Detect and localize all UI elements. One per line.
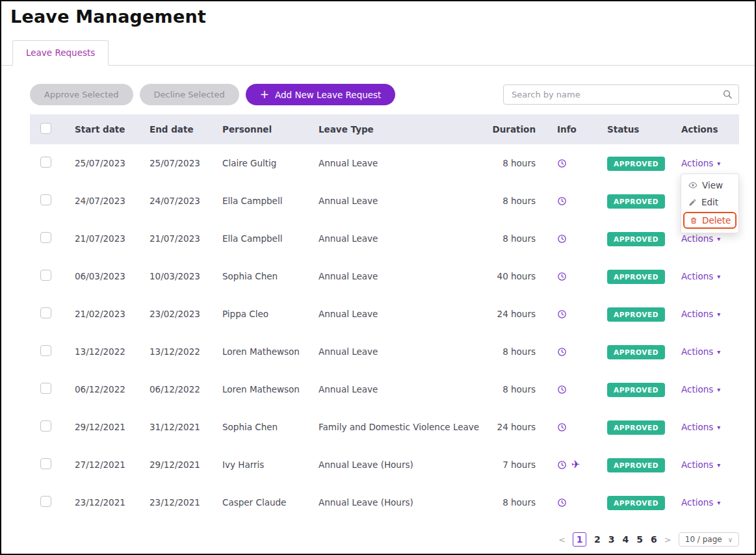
actions-dropdown-menu: View Edit Delete: [681, 174, 739, 233]
select-all-checkbox[interactable]: [40, 123, 51, 134]
clock-icon: [557, 309, 567, 319]
chevron-down-icon: ▾: [717, 160, 720, 167]
chevron-down-icon: ▾: [717, 386, 720, 393]
page-number-5[interactable]: 5: [636, 534, 643, 545]
page-number-3[interactable]: 3: [608, 534, 615, 545]
page-number-1[interactable]: 1: [573, 532, 586, 547]
chevron-down-icon: ▾: [717, 235, 720, 242]
row-checkbox[interactable]: [40, 307, 51, 318]
page-numbers: 123456: [573, 532, 657, 547]
row-actions-button[interactable]: Actions ▾: [681, 271, 720, 281]
cell-personnel: Ella Campbell: [214, 196, 310, 206]
pagination: < 123456 > 10 / page ∨: [30, 521, 739, 555]
page-number-4[interactable]: 4: [623, 534, 629, 545]
cell-start-date: 27/12/2021: [66, 459, 141, 470]
chevron-down-icon: ▾: [717, 424, 720, 431]
row-checkbox[interactable]: [40, 157, 51, 168]
pagination-prev-icon[interactable]: <: [558, 535, 566, 545]
row-actions-button[interactable]: Actions ▾: [681, 384, 720, 394]
row-actions-button[interactable]: Actions ▾: [681, 497, 720, 508]
row-checkbox[interactable]: [40, 458, 51, 469]
cell-start-date: 29/12/2021: [66, 422, 141, 432]
cell-start-date: 25/07/2023: [66, 158, 141, 168]
cell-personnel: Ella Campbell: [214, 233, 310, 244]
row-checkbox[interactable]: [40, 194, 51, 205]
cell-duration: 7 hours: [491, 459, 547, 470]
cell-personnel: Sophia Chen: [214, 271, 310, 281]
cell-start-date: 23/12/2021: [66, 497, 141, 508]
cell-duration: 24 hours: [491, 309, 547, 319]
table-header-row: Start date End date Personnel Leave Type…: [30, 114, 739, 144]
cell-duration: 8 hours: [491, 346, 547, 357]
main-content: Approve Selected Decline Selected + Add …: [1, 66, 755, 555]
page-number-6[interactable]: 6: [651, 534, 657, 545]
page-size-value: 10 / page: [685, 535, 722, 544]
tab-bar: Leave Requests: [1, 40, 755, 66]
cell-personnel: Casper Claude: [214, 497, 310, 508]
cell-leave-type: Annual Leave: [310, 346, 491, 357]
row-actions-button[interactable]: Actions ▾: [681, 459, 720, 470]
cell-end-date: 29/12/2021: [141, 459, 214, 470]
row-actions-button[interactable]: Actions ▾: [681, 346, 720, 357]
approve-selected-button[interactable]: Approve Selected: [30, 84, 133, 105]
chevron-down-icon: ∨: [728, 536, 733, 543]
cell-info: ✈: [547, 233, 594, 244]
page-size-select[interactable]: 10 / page ∨: [679, 532, 739, 547]
row-checkbox[interactable]: [40, 496, 51, 507]
table-body: 25/07/2023 25/07/2023 Claire Gultig Annu…: [30, 144, 739, 521]
status-badge: APPROVED: [607, 420, 665, 435]
cell-duration: 40 hours: [491, 271, 547, 281]
plus-icon: +: [260, 89, 269, 100]
leave-management-window: Leave Management Leave Requests Approve …: [0, 0, 756, 555]
actions-link-label: Actions: [681, 271, 713, 281]
search-input[interactable]: [503, 84, 739, 105]
add-new-leave-request-button[interactable]: + Add New Leave Request: [246, 84, 396, 105]
actions-link-label: Actions: [681, 233, 713, 244]
tab-leave-requests[interactable]: Leave Requests: [12, 40, 109, 66]
table-row: 29/12/2021 31/12/2021 Sophia Chen Family…: [30, 408, 739, 446]
cell-duration: 8 hours: [491, 158, 547, 168]
table-row: 23/12/2021 23/12/2021 Casper Claude Annu…: [30, 484, 739, 521]
cell-info: ✈: [547, 497, 594, 508]
row-actions-button[interactable]: Actions ▾: [681, 158, 720, 168]
cell-leave-type: Annual Leave: [310, 196, 491, 206]
header-personnel: Personnel: [214, 124, 310, 135]
row-actions-button[interactable]: Actions ▾: [681, 422, 720, 432]
search-container: [503, 84, 739, 105]
menu-edit-label: Edit: [701, 197, 718, 207]
decline-selected-button[interactable]: Decline Selected: [140, 84, 239, 105]
menu-item-edit[interactable]: Edit: [681, 194, 738, 211]
status-badge: APPROVED: [607, 232, 665, 246]
cell-start-date: 21/07/2023: [66, 233, 141, 244]
chevron-down-icon: ▾: [717, 461, 720, 469]
row-checkbox[interactable]: [40, 270, 51, 281]
table-row: 25/07/2023 25/07/2023 Claire Gultig Annu…: [30, 144, 739, 182]
cell-end-date: 25/07/2023: [141, 158, 214, 168]
cell-personnel: Loren Mathewson: [214, 346, 310, 357]
row-checkbox[interactable]: [40, 232, 51, 243]
menu-item-delete[interactable]: Delete: [683, 212, 736, 229]
row-checkbox[interactable]: [40, 383, 51, 394]
cell-personnel: Sophia Chen: [214, 422, 310, 432]
cell-info: ✈: [547, 309, 594, 319]
menu-item-view[interactable]: View: [681, 177, 738, 194]
cell-leave-type: Annual Leave: [310, 158, 491, 168]
cell-end-date: 06/12/2022: [141, 384, 214, 394]
row-checkbox[interactable]: [40, 345, 51, 356]
row-actions-button[interactable]: Actions ▾: [681, 233, 720, 244]
pagination-next-icon[interactable]: >: [664, 535, 671, 545]
clock-icon: [557, 196, 567, 206]
menu-delete-label: Delete: [702, 215, 731, 226]
status-badge: APPROVED: [607, 157, 665, 171]
table-row: 06/12/2022 06/12/2022 Loren Mathewson An…: [30, 370, 739, 408]
clock-icon: [557, 460, 567, 470]
search-icon[interactable]: [722, 89, 733, 102]
table-row: 21/07/2023 21/07/2023 Ella Campbell Annu…: [30, 220, 739, 257]
row-checkbox[interactable]: [40, 420, 51, 432]
table-row: 21/02/2023 23/02/2023 Pippa Cleo Annual …: [30, 295, 739, 333]
row-actions-button[interactable]: Actions ▾: [681, 309, 720, 319]
eye-icon: [688, 181, 697, 190]
chevron-down-icon: ▾: [717, 499, 720, 506]
page-number-2[interactable]: 2: [594, 534, 601, 545]
table-row: 27/12/2021 29/12/2021 Ivy Harris Annual …: [30, 446, 739, 484]
